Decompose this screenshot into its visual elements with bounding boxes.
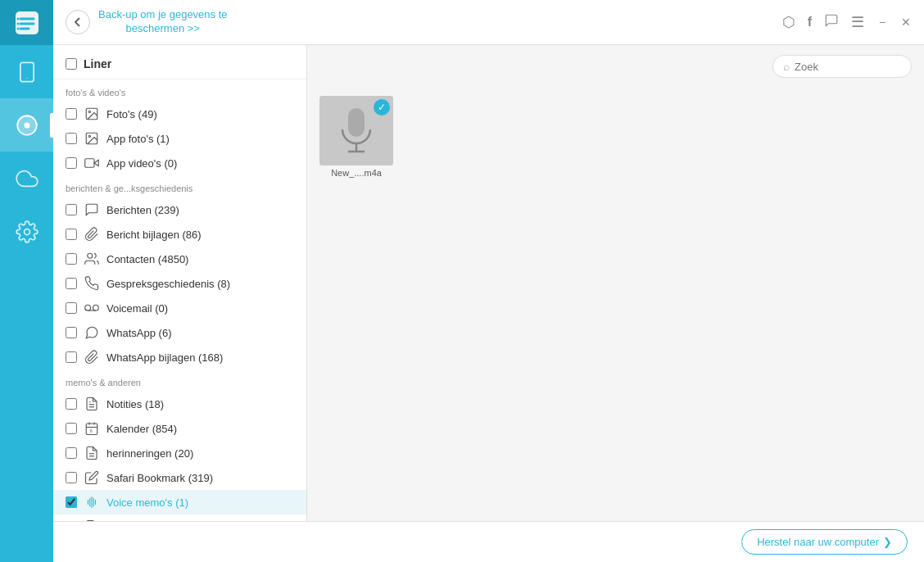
svg-point-6 [16,27,19,29]
chat-icon[interactable] [824,13,839,32]
berichten-label: Berichten (239) [106,204,179,216]
call-history-icon [84,275,100,292]
media-item[interactable]: ✓ New_....m4a [319,96,393,174]
safari-checkbox[interactable] [66,472,77,483]
minimize-button[interactable]: − [876,16,888,28]
section-title-memos: Memo's & anderen [53,369,306,392]
title-bar-left: Back-up om je gegevens te beschermen >> [66,8,228,36]
voicemail-icon [84,300,100,316]
svg-point-11 [24,229,29,234]
device-header: Liner [53,45,306,79]
nav-item-cloud[interactable] [0,152,53,205]
svg-point-4 [16,17,19,20]
list-item-safari[interactable]: Safari Bookmark (319) [53,465,306,490]
facebook-icon[interactable]: f [808,15,812,29]
menu-icon[interactable]: ☰ [851,13,864,31]
device-checkbox[interactable] [66,58,77,70]
svg-marker-16 [94,160,98,166]
svg-rect-17 [85,159,94,168]
voice-memo-icon [84,494,100,510]
photos-checkbox[interactable] [66,108,77,120]
list-item-app-videos[interactable]: App video's (0) [53,151,306,175]
list-item-kalender[interactable]: 6 Kalender (854) [53,416,306,441]
list-item-berichten[interactable]: Berichten (239) [53,197,306,222]
whatsapp-icon [84,324,100,341]
app-logo[interactable] [0,0,53,45]
gespreks-label: Gespreksgeschiedenis (8) [106,278,230,290]
body-area: Liner foto's & video's Foto's (49) [53,45,924,521]
media-thumbnail: ✓ [319,96,393,165]
svg-point-10 [24,122,29,128]
whatsapp-label: WhatsApp (6) [106,327,171,339]
content-toolbar: ⌕ [307,45,924,88]
search-box[interactable]: ⌕ [772,55,912,78]
list-item-app-document[interactable]: App Document (0) [53,514,306,521]
nav-item-tools[interactable] [0,205,53,258]
list-item-voicemail[interactable]: Voicemail (0) [53,296,306,320]
key-icon[interactable]: ⬡ [782,13,795,31]
calendar-icon: 6 [84,420,100,437]
section-title-photos: foto's & video's [53,79,306,102]
berichten-checkbox[interactable] [66,204,77,215]
kalender-checkbox[interactable] [66,423,77,434]
safari-icon [84,469,100,486]
whatsapp-checkbox[interactable] [66,327,77,338]
back-button[interactable] [66,10,90,34]
app-videos-checkbox[interactable] [66,157,77,169]
contacten-checkbox[interactable] [66,253,77,265]
section-title-messages: berichten & ge...ksgeschiedenis [53,175,306,197]
contacts-icon [84,251,100,267]
svg-text:6: 6 [90,428,93,433]
app-photos-icon [84,130,100,147]
svg-point-5 [16,22,19,25]
safari-label: Safari Bookmark (319) [106,472,213,484]
messages-icon [84,202,100,218]
bericht-bijlagen-checkbox[interactable] [66,229,77,240]
notes-icon [84,396,100,412]
notities-label: Notities (18) [106,398,164,410]
whatsapp-bijlagen-checkbox[interactable] [66,351,77,363]
notities-checkbox[interactable] [66,398,77,410]
list-item-voice-memos[interactable]: Voice memo's (1) [53,490,306,514]
svg-point-19 [85,305,91,310]
voicemail-label: Voicemail (0) [106,302,168,315]
nav-item-device[interactable] [0,45,53,98]
voicemail-checkbox[interactable] [66,302,77,314]
list-item-app-photos[interactable]: App foto's (1) [53,126,306,151]
svg-rect-38 [348,108,365,137]
svg-rect-7 [20,62,33,81]
close-button[interactable]: ✕ [900,16,912,28]
list-item-whatsapp-bijlagen[interactable]: WhatsApp bijlagen (168) [53,345,306,369]
list-item-gespreks[interactable]: Gespreksgeschiedenis (8) [53,271,306,296]
voice-memos-checkbox[interactable] [66,496,77,508]
list-item-photos[interactable]: Foto's (49) [53,102,306,126]
svg-point-15 [88,135,90,137]
svg-point-18 [88,253,93,258]
title-bar: Back-up om je gegevens te beschermen >> … [53,0,924,45]
backup-link[interactable]: Back-up om je gegevens te beschermen >> [98,8,228,36]
search-input[interactable] [795,61,901,73]
gespreks-checkbox[interactable] [66,278,77,289]
list-item-contacten[interactable]: Contacten (4850) [53,247,306,271]
list-item-whatsapp[interactable]: WhatsApp (6) [53,320,306,345]
nav-item-music[interactable] [0,98,53,152]
media-label: New_....m4a [319,168,393,178]
herinneringen-checkbox[interactable] [66,447,77,459]
photos-label: Foto's (49) [106,108,157,120]
restore-button[interactable]: Herstel naar uw computer ❯ [741,529,908,555]
svg-point-13 [88,111,90,112]
whatsapp-bijlagen-label: WhatsApp bijlagen (168) [106,351,223,364]
media-check-icon: ✓ [374,99,390,116]
contacten-label: Contacten (4850) [106,253,188,265]
voice-memos-label: Voice memo's (1) [106,496,188,509]
restore-chevron-icon: ❯ [883,536,892,548]
list-item-herinneringen[interactable]: herinneringen (20) [53,441,306,465]
list-item-notities[interactable]: Notities (18) [53,392,306,416]
content-grid: ✓ New_....m4a [307,88,924,313]
sidebar-panel: Liner foto's & video's Foto's (49) [53,45,307,521]
list-item-bericht-bijlagen[interactable]: Bericht bijlagen (86) [53,222,306,247]
app-photos-checkbox[interactable] [66,133,77,144]
photos-icon [84,106,100,122]
app-videos-icon [84,155,100,171]
search-icon: ⌕ [783,60,790,73]
